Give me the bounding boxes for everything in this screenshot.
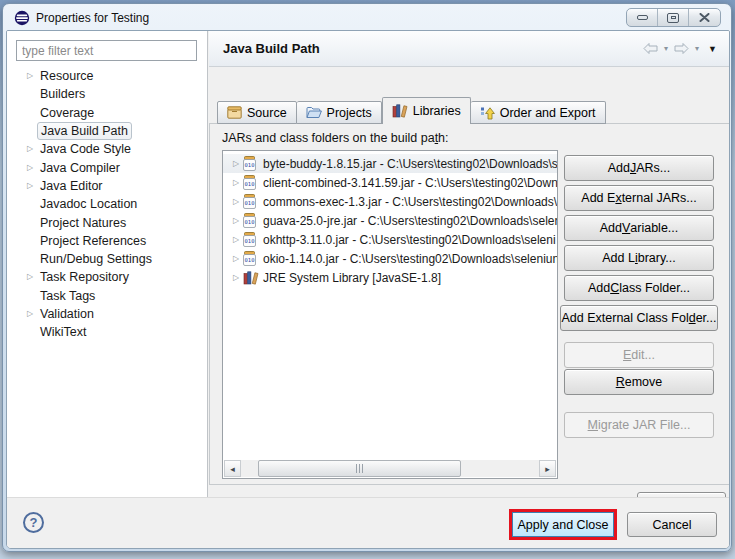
sidebar-item-label: Resource — [37, 68, 97, 84]
scroll-right-button[interactable]: ▸ — [539, 460, 556, 477]
forward-button[interactable] — [673, 42, 690, 55]
sidebar-item-label: Java Build Path — [37, 122, 132, 140]
back-button[interactable] — [642, 42, 659, 55]
svg-text:010: 010 — [245, 238, 255, 244]
expand-arrow-icon[interactable]: ▷ — [23, 145, 37, 153]
expand-arrow-icon[interactable]: ▷ — [23, 273, 37, 281]
expand-arrow-icon[interactable]: ▷ — [229, 179, 243, 187]
add-variable-button[interactable]: Add Variable... — [564, 215, 714, 241]
scrollbar-thumb[interactable] — [258, 460, 461, 477]
view-menu-button[interactable]: ▼ — [704, 44, 721, 54]
scroll-left-button[interactable]: ◂ — [224, 460, 241, 477]
sidebar-item-builders[interactable]: Builders — [7, 85, 207, 103]
add-library-button[interactable]: Add Library... — [564, 245, 714, 271]
sidebar-item-wikitext[interactable]: WikiText — [7, 323, 207, 341]
tab-libraries[interactable]: Libraries — [382, 97, 471, 124]
jar-list-item[interactable]: ▷ 010 byte-buddy-1.8.15.jar - C:\Users\t… — [223, 154, 557, 173]
add-external-class-folder-button[interactable]: Add External Class Folder... — [560, 305, 718, 331]
sidebar-item-project-references[interactable]: Project References — [7, 232, 207, 250]
jar-list-item[interactable]: ▷ JRE System Library [JavaSE-1.8] — [223, 268, 557, 287]
jar-file-icon: 010 — [243, 213, 260, 228]
sidebar-item-label: Task Tags — [37, 288, 98, 304]
expand-arrow-icon[interactable]: ▷ — [229, 274, 243, 282]
jar-list-item[interactable]: ▷ 010 commons-exec-1.3.jar - C:\Users\te… — [223, 192, 557, 211]
jar-file-icon: 010 — [243, 251, 260, 266]
jar-file-icon: 010 — [243, 156, 260, 171]
page-title: Java Build Path — [223, 41, 320, 56]
sidebar-item-java-compiler[interactable]: ▷ Java Compiler — [7, 158, 207, 176]
footer-bar: ? Apply and Close Cancel — [7, 497, 729, 549]
expand-arrow-icon[interactable]: ▷ — [23, 72, 37, 80]
tab-source[interactable]: Source — [217, 101, 297, 124]
jar-file-icon: 010 — [243, 232, 260, 247]
sidebar-item-javadoc-location[interactable]: Javadoc Location — [7, 195, 207, 213]
jar-list-item[interactable]: ▷ 010 okhttp-3.11.0.jar - C:\Users\testi… — [223, 230, 557, 249]
books-icon — [392, 104, 408, 118]
add-class-folder-button[interactable]: Add Class Folder... — [564, 275, 714, 301]
properties-dialog: Properties for Testing ▷ Resource Builde… — [2, 3, 732, 552]
cancel-button[interactable]: Cancel — [627, 512, 717, 537]
jar-item-label: okio-1.14.0.jar - C:\Users\testing02\Dow… — [260, 252, 557, 266]
expand-arrow-icon[interactable]: ▷ — [23, 164, 37, 172]
close-button[interactable] — [689, 9, 720, 26]
maximize-button[interactable] — [658, 9, 689, 26]
jar-item-label: client-combined-3.141.59.jar - C:\Users\… — [260, 176, 557, 190]
sidebar-item-validation[interactable]: ▷ Validation — [7, 305, 207, 323]
jar-item-label: byte-buddy-1.8.15.jar - C:\Users\testing… — [260, 157, 557, 171]
sidebar-item-label: Validation — [37, 306, 97, 322]
sidebar-item-task-repository[interactable]: ▷ Task Repository — [7, 268, 207, 286]
tab-label: Order and Export — [500, 106, 596, 120]
sidebar-item-resource[interactable]: ▷ Resource — [7, 67, 207, 85]
sidebar-item-coverage[interactable]: Coverage — [7, 104, 207, 122]
apply-and-close-button[interactable]: Apply and Close — [512, 512, 614, 537]
expand-arrow-icon[interactable]: ▷ — [229, 236, 243, 244]
help-button[interactable]: ? — [23, 512, 44, 533]
tab-label: Source — [247, 106, 287, 120]
close-icon — [699, 13, 710, 22]
jar-list-label: JARs and class folders on the build path… — [222, 131, 449, 145]
tab-projects[interactable]: Projects — [297, 101, 382, 124]
window-controls — [626, 8, 721, 27]
annotation-highlight: Apply and Close — [509, 509, 617, 540]
sidebar-item-project-natures[interactable]: Project Natures — [7, 213, 207, 231]
library-icon — [243, 271, 260, 285]
filter-input[interactable] — [16, 40, 197, 61]
sidebar-item-label: Task Repository — [37, 269, 132, 285]
add-external-jars-button[interactable]: Add External JARs... — [564, 185, 714, 211]
back-dropdown[interactable]: ▾ — [662, 44, 670, 53]
jar-list-item[interactable]: ▷ 010 client-combined-3.141.59.jar - C:\… — [223, 173, 557, 192]
forward-arrow-icon — [673, 42, 690, 55]
horizontal-scrollbar: ◂ ▸ — [224, 460, 556, 477]
settings-tree: ▷ Resource Builders Coverage Java Build … — [7, 67, 207, 341]
tab-label: Libraries — [413, 104, 461, 118]
expand-arrow-icon[interactable]: ▷ — [229, 160, 243, 168]
scrollbar-track[interactable] — [241, 460, 539, 477]
expand-arrow-icon[interactable]: ▷ — [229, 255, 243, 263]
svg-text:010: 010 — [245, 200, 255, 206]
add-jars-button[interactable]: Add JARs... — [564, 155, 714, 181]
tab-order-and-export[interactable]: Order and Export — [471, 101, 606, 124]
migrate-jar-file-button: Migrate JAR File... — [564, 412, 714, 438]
minimize-button[interactable] — [627, 9, 658, 26]
sidebar-item-java-code-style[interactable]: ▷ Java Code Style — [7, 140, 207, 158]
svg-text:010: 010 — [245, 181, 255, 187]
expand-arrow-icon[interactable]: ▷ — [229, 217, 243, 225]
title-bar[interactable]: Properties for Testing — [6, 6, 728, 30]
sidebar-item-run-debug-settings[interactable]: Run/Debug Settings — [7, 250, 207, 268]
forward-dropdown[interactable]: ▾ — [693, 44, 701, 53]
jar-item-label: commons-exec-1.3.jar - C:\Users\testing0… — [260, 195, 557, 209]
remove-button[interactable]: Remove — [564, 369, 714, 395]
sidebar-item-label: Coverage — [37, 105, 97, 121]
sidebar-item-java-build-path[interactable]: Java Build Path — [7, 122, 207, 140]
sidebar-item-task-tags[interactable]: Task Tags — [7, 287, 207, 305]
sidebar-item-label: Java Compiler — [37, 160, 123, 176]
sidebar-item-label: Project Natures — [37, 215, 129, 231]
sidebar-item-java-editor[interactable]: ▷ Java Editor — [7, 177, 207, 195]
expand-arrow-icon[interactable]: ▷ — [229, 198, 243, 206]
expand-arrow-icon[interactable]: ▷ — [23, 310, 37, 318]
jar-file-icon: 010 — [243, 175, 260, 190]
jar-list-item[interactable]: ▷ 010 okio-1.14.0.jar - C:\Users\testing… — [223, 249, 557, 268]
jar-list-item[interactable]: ▷ 010 guava-25.0-jre.jar - C:\Users\test… — [223, 211, 557, 230]
expand-arrow-icon[interactable]: ▷ — [23, 182, 37, 190]
eclipse-logo-icon — [14, 10, 30, 26]
